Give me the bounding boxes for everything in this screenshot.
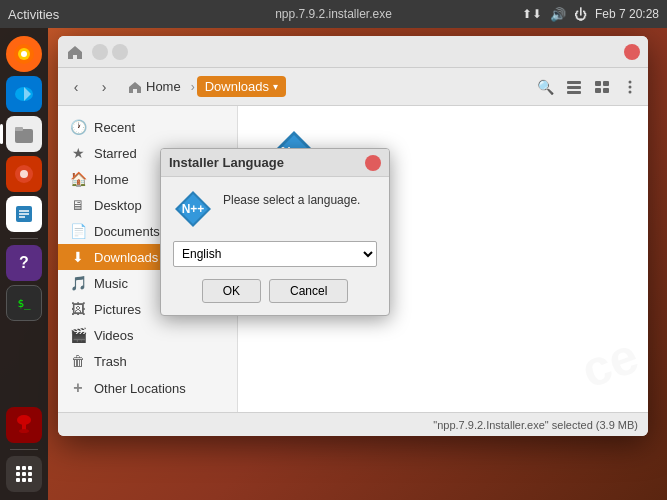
svg-rect-5 (15, 129, 33, 143)
sidebar-label-recent: Recent (94, 120, 135, 135)
svg-rect-20 (22, 472, 26, 476)
svg-rect-27 (567, 91, 581, 94)
svg-point-32 (629, 80, 632, 83)
recent-icon: 🕐 (70, 119, 86, 135)
other-locations-icon: + (70, 379, 86, 397)
svg-point-13 (17, 415, 31, 425)
window-title: npp.7.9.2.installer.exe (275, 7, 392, 21)
datetime-label: Feb 7 20:28 (595, 7, 659, 21)
sidebar-label-desktop: Desktop (94, 198, 142, 213)
svg-rect-17 (22, 466, 26, 470)
starred-icon: ★ (70, 145, 86, 161)
dialog-title: Installer Language (169, 155, 284, 170)
svg-rect-31 (603, 88, 609, 93)
wine-icon[interactable] (6, 407, 42, 443)
home-sidebar-icon: 🏠 (70, 171, 86, 187)
sidebar-label-downloads: Downloads (94, 250, 158, 265)
activities-label[interactable]: Activities (8, 7, 59, 22)
svg-rect-22 (16, 478, 20, 482)
sidebar-label-videos: Videos (94, 328, 134, 343)
svg-point-8 (20, 170, 28, 178)
svg-rect-29 (603, 81, 609, 86)
search-button[interactable]: 🔍 (532, 74, 558, 100)
svg-rect-26 (567, 86, 581, 89)
documents-icon: 📄 (70, 223, 86, 239)
speaker-icon[interactable]: 🔊 (550, 7, 566, 22)
sidebar-item-videos[interactable]: 🎬 Videos (58, 322, 237, 348)
menu-button[interactable] (618, 75, 642, 99)
minimize-button[interactable]: − (92, 44, 108, 60)
dialog-message: Please select a language. (223, 189, 360, 207)
help-icon[interactable]: ? (6, 245, 42, 281)
files-icon[interactable] (6, 116, 42, 152)
trash-icon: 🗑 (70, 353, 86, 369)
sidebar-item-trash[interactable]: 🗑 Trash (58, 348, 237, 374)
svg-rect-21 (28, 472, 32, 476)
sidebar-item-recent[interactable]: 🕐 Recent (58, 114, 237, 140)
desktop: ? $_ − □ ✕ ‹ › (0, 28, 667, 500)
downloads-icon: ⬇ (70, 249, 86, 265)
view-more-button[interactable] (590, 75, 614, 99)
ok-button[interactable]: OK (202, 279, 261, 303)
dialog-logo: N++ (173, 189, 213, 229)
svg-rect-16 (16, 466, 20, 470)
svg-rect-18 (28, 466, 32, 470)
crumb-dropdown-icon: ▾ (273, 81, 278, 92)
svg-rect-6 (15, 127, 23, 131)
installer-language-dialog: Installer Language ✕ N++ Please select a… (160, 148, 390, 316)
top-bar: Activities npp.7.9.2.installer.exe ⬆⬇ 🔊 … (0, 0, 667, 28)
svg-rect-23 (22, 478, 26, 482)
sidebar-label-music: Music (94, 276, 128, 291)
desktop-icon: 🖥 (70, 197, 86, 213)
svg-point-34 (629, 90, 632, 93)
status-bar: "npp.7.9.2.Installer.exe" selected (3.9 … (58, 412, 648, 436)
dialog-message-row: N++ Please select a language. (173, 189, 377, 229)
language-select[interactable]: English French German Spanish Chinese Ja… (173, 241, 377, 267)
dialog-titlebar: Installer Language ✕ (161, 149, 389, 177)
svg-point-15 (19, 429, 29, 433)
location-bar: Home › Downloads ▾ (120, 76, 528, 97)
home-crumb-label: Home (146, 79, 181, 94)
thunderbird-icon[interactable] (6, 76, 42, 112)
dialog-body: N++ Please select a language. English Fr… (161, 177, 389, 315)
downloads-crumb[interactable]: Downloads ▾ (197, 76, 286, 97)
svg-rect-19 (16, 472, 20, 476)
dock: ? $_ (0, 28, 48, 500)
svg-rect-25 (567, 81, 581, 84)
crumb-separator: › (191, 80, 195, 94)
videos-icon: 🎬 (70, 327, 86, 343)
home-crumb[interactable]: Home (120, 76, 189, 97)
app-grid-icon[interactable] (6, 456, 42, 492)
svg-rect-24 (28, 478, 32, 482)
sidebar-label-pictures: Pictures (94, 302, 141, 317)
sidebar-item-other-locations[interactable]: + Other Locations (58, 374, 237, 402)
libreoffice-icon[interactable] (6, 196, 42, 232)
view-list-button[interactable] (562, 75, 586, 99)
maximize-button[interactable]: □ (112, 44, 128, 60)
svg-rect-30 (595, 88, 601, 93)
power-icon[interactable]: ⏻ (574, 7, 587, 22)
watermark: ce (574, 326, 646, 400)
pictures-icon: 🖼 (70, 301, 86, 317)
svg-point-2 (21, 51, 27, 57)
rhythmbox-icon[interactable] (6, 156, 42, 192)
sidebar-label-starred: Starred (94, 146, 137, 161)
svg-text:N++: N++ (182, 202, 205, 216)
titlebar: − □ ✕ (58, 36, 648, 68)
svg-rect-28 (595, 81, 601, 86)
dialog-close-button[interactable]: ✕ (365, 155, 381, 171)
terminal-icon[interactable]: $_ (6, 285, 42, 321)
network-icon: ⬆⬇ (522, 7, 542, 21)
downloads-crumb-label: Downloads (205, 79, 269, 94)
close-button[interactable]: ✕ (624, 44, 640, 60)
dialog-buttons: OK Cancel (173, 279, 377, 303)
back-button[interactable]: ‹ (64, 75, 88, 99)
firefox-icon[interactable] (6, 36, 42, 72)
sidebar-label-home: Home (94, 172, 129, 187)
toolbar: ‹ › Home › Downloads ▾ 🔍 (58, 68, 648, 106)
cancel-button[interactable]: Cancel (269, 279, 348, 303)
sidebar-label-trash: Trash (94, 354, 127, 369)
sidebar-label-other-locations: Other Locations (94, 381, 186, 396)
status-text: "npp.7.9.2.Installer.exe" selected (3.9 … (433, 419, 638, 431)
forward-button[interactable]: › (92, 75, 116, 99)
